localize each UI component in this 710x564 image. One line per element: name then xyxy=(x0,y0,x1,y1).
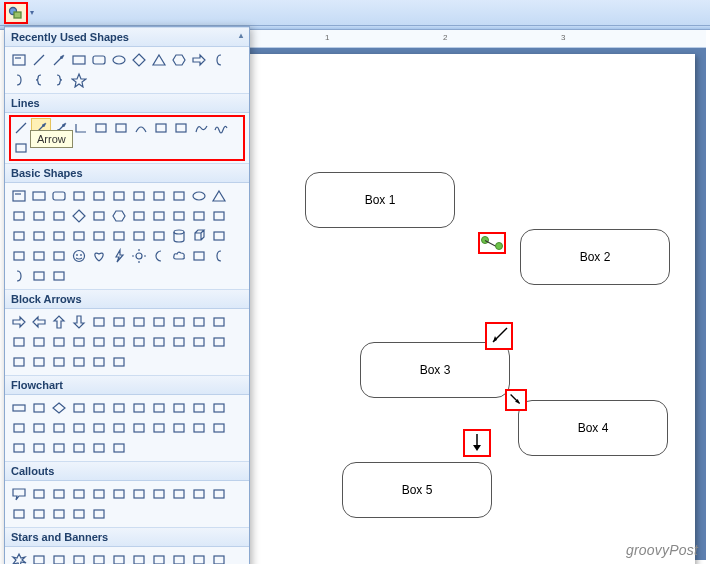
shape-cloud[interactable] xyxy=(169,246,189,266)
shape-bentup[interactable] xyxy=(9,332,29,352)
shape-brace-r[interactable] xyxy=(49,266,69,286)
shape-bent-co4[interactable] xyxy=(9,504,29,524)
shape-merge[interactable] xyxy=(209,418,229,438)
shape-star12[interactable] xyxy=(169,550,189,564)
shape-line[interactable] xyxy=(29,50,49,70)
shape-prep[interactable] xyxy=(189,398,209,418)
shape-bent-co1[interactable] xyxy=(169,484,189,504)
shape-snip2[interactable] xyxy=(89,186,109,206)
shape-decision[interactable] xyxy=(49,398,69,418)
shape-rtriangle[interactable] xyxy=(9,206,29,226)
shape-elbow[interactable] xyxy=(71,118,91,138)
shape-bracket-l[interactable] xyxy=(209,246,229,266)
shape-triangle[interactable] xyxy=(209,186,229,206)
shape-smiley[interactable] xyxy=(69,246,89,266)
shape-arrow[interactable] xyxy=(49,50,69,70)
shape-elbow-dbl[interactable] xyxy=(111,118,131,138)
shape-left[interactable] xyxy=(29,312,49,332)
shape-direct[interactable] xyxy=(89,438,109,458)
expand-icon[interactable]: ▴ xyxy=(239,31,243,43)
shape-star5[interactable] xyxy=(69,550,89,564)
connector-arrow[interactable] xyxy=(485,322,513,350)
shape-up[interactable] xyxy=(49,312,69,332)
shape-star6[interactable] xyxy=(89,550,109,564)
qat-caret-icon[interactable]: ▾ xyxy=(30,8,40,17)
shape-document[interactable] xyxy=(129,398,149,418)
shape-border-co1[interactable] xyxy=(29,504,49,524)
shape-no[interactable] xyxy=(29,246,49,266)
shape-round-rect[interactable] xyxy=(49,186,69,206)
shape-can[interactable] xyxy=(169,226,189,246)
shape-plaque[interactable] xyxy=(149,226,169,246)
shape-dcallout[interactable] xyxy=(209,332,229,352)
shape-magnetic[interactable] xyxy=(69,438,89,458)
shape-border-co3[interactable] xyxy=(69,504,89,524)
shape-bent-co3[interactable] xyxy=(209,484,229,504)
shape-star24[interactable] xyxy=(209,550,229,564)
shape-diag-stripe[interactable] xyxy=(109,226,129,246)
shape-lbrace[interactable] xyxy=(29,70,49,90)
shape-quadcallout[interactable] xyxy=(89,352,109,372)
shape-round2[interactable] xyxy=(149,186,169,206)
shape-extract[interactable] xyxy=(189,418,209,438)
shape-block-arc[interactable] xyxy=(49,246,69,266)
connector-arrow[interactable] xyxy=(505,389,527,411)
shape-rect[interactable] xyxy=(69,50,89,70)
shape-predef[interactable] xyxy=(89,398,109,418)
shape-cross[interactable] xyxy=(129,226,149,246)
shape-star[interactable] xyxy=(69,70,89,90)
shape-round-diag[interactable] xyxy=(169,186,189,206)
flowchart-box[interactable]: Box 5 xyxy=(342,462,492,518)
shape-lightning[interactable] xyxy=(109,246,129,266)
flowchart-box[interactable]: Box 3 xyxy=(360,342,510,398)
shape-multi[interactable] xyxy=(149,398,169,418)
shape-curve-arrow[interactable] xyxy=(151,118,171,138)
shape-leftright[interactable] xyxy=(89,312,109,332)
shape-snip-diag[interactable] xyxy=(109,186,129,206)
shape-freeform[interactable] xyxy=(191,118,211,138)
shape-diamond[interactable] xyxy=(129,50,149,70)
shape-textbox[interactable] xyxy=(9,186,29,206)
shape-leftup[interactable] xyxy=(209,312,229,332)
shape-rbrace[interactable] xyxy=(49,70,69,90)
shape-rect[interactable] xyxy=(29,186,49,206)
shape-border-co2[interactable] xyxy=(49,504,69,524)
shape-round-co[interactable] xyxy=(29,484,49,504)
shape-dodecagon[interactable] xyxy=(189,206,209,226)
shape-sort[interactable] xyxy=(169,418,189,438)
shape-textbox[interactable] xyxy=(9,50,29,70)
shape-star16[interactable] xyxy=(189,550,209,564)
shape-right-arrow[interactable] xyxy=(189,50,209,70)
shape-star7[interactable] xyxy=(109,550,129,564)
flowchart-box[interactable]: Box 2 xyxy=(520,229,670,285)
shape-collate[interactable] xyxy=(149,418,169,438)
shape-triangle[interactable] xyxy=(149,50,169,70)
shape-down[interactable] xyxy=(69,312,89,332)
shape-round-rect[interactable] xyxy=(89,50,109,70)
shape-udcallout[interactable] xyxy=(69,352,89,372)
shape-cube[interactable] xyxy=(189,226,209,246)
shape-line-co1[interactable] xyxy=(89,484,109,504)
shape-pie[interactable] xyxy=(209,206,229,226)
shape-donut[interactable] xyxy=(9,246,29,266)
shape-explosion1[interactable] xyxy=(9,550,29,564)
shape-oval[interactable] xyxy=(109,50,129,70)
shape-teardrop[interactable] xyxy=(29,226,49,246)
shape-chord[interactable] xyxy=(9,226,29,246)
shape-border-co4[interactable] xyxy=(89,504,109,524)
shape-offpage[interactable] xyxy=(49,418,69,438)
shape-bracket-r[interactable] xyxy=(9,70,29,90)
shape-updown[interactable] xyxy=(109,312,129,332)
shape-line-co3[interactable] xyxy=(129,484,149,504)
connector-arrow[interactable] xyxy=(463,429,491,457)
shape-curveddown[interactable] xyxy=(89,332,109,352)
shape-rect-co[interactable] xyxy=(9,484,29,504)
shape-pentagon2[interactable] xyxy=(149,332,169,352)
shape-parallelogram[interactable] xyxy=(29,206,49,226)
shape-card[interactable] xyxy=(69,418,89,438)
shape-curvedup[interactable] xyxy=(69,332,89,352)
shape-tape[interactable] xyxy=(89,418,109,438)
shape-star10[interactable] xyxy=(149,550,169,564)
shape-star8[interactable] xyxy=(129,550,149,564)
flowchart-box[interactable]: Box 1 xyxy=(305,172,455,228)
